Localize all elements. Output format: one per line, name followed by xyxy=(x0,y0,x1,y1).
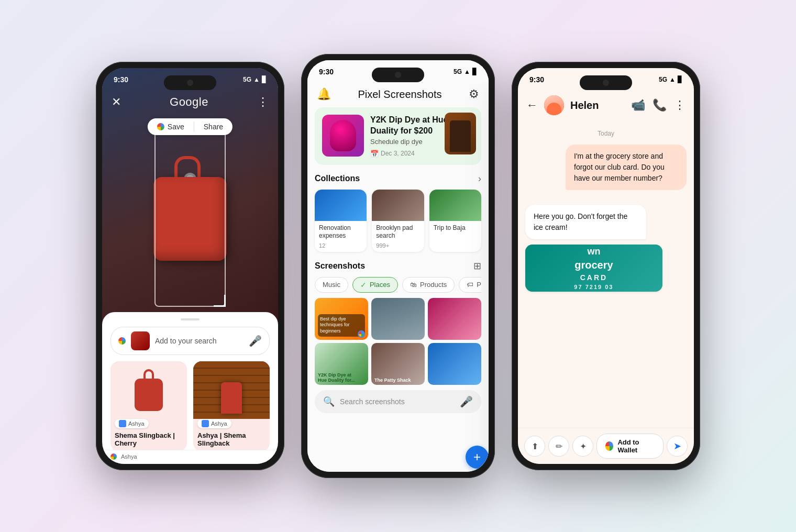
sent-message-1: Here you go. Don't forget the ice cream! xyxy=(525,205,646,239)
status-icons-2: 5G ▲ ▊ xyxy=(454,68,477,75)
add-fab[interactable]: + xyxy=(466,446,489,469)
back-icon[interactable]: ← xyxy=(526,98,538,112)
collection-image-3 xyxy=(429,190,481,221)
collection-label-1: Renovation expenses xyxy=(315,221,367,242)
messages-header: ← Helen 📹 📞 ⋮ xyxy=(518,91,694,121)
chip-places[interactable]: ✓ Places xyxy=(352,277,398,293)
collections-header: Collections › xyxy=(315,173,481,184)
collections-list: Renovation expenses 12 Brooklyn pad sear… xyxy=(315,190,481,252)
screenshots-section-header: Screenshots ⊞ xyxy=(315,260,481,272)
featured-right-image xyxy=(445,113,476,154)
messages-list: Today I'm at the grocery store and forgo… xyxy=(518,121,694,428)
collection-card-1[interactable]: Renovation expenses 12 xyxy=(315,190,367,252)
phone-icon[interactable]: 📞 xyxy=(653,98,667,112)
collections-arrow-icon[interactable]: › xyxy=(478,173,481,184)
signal-icon-1: ▲ xyxy=(253,76,260,83)
camera-notch xyxy=(164,75,216,90)
camera-notch-3 xyxy=(580,75,632,90)
featured-card[interactable]: Y2K Dip Dye at Hue Duality for $200 Sche… xyxy=(315,107,481,165)
collection-label-3: Trip to Baja xyxy=(429,221,481,235)
search-label: Add to your search xyxy=(155,337,244,345)
edit-icon: ✏ xyxy=(556,441,562,451)
bell-icon[interactable]: 🔔 xyxy=(317,87,331,101)
source-text: Ashya xyxy=(121,453,137,460)
google-logo-bottom-icon xyxy=(110,453,117,460)
collection-image-2 xyxy=(372,190,424,221)
collection-image-1 xyxy=(315,190,367,221)
save-share-pill: Save Share xyxy=(148,118,233,135)
mic-icon[interactable]: 🎤 xyxy=(249,335,262,347)
status-icons-1: 5G ▲ ▊ xyxy=(243,76,267,83)
result-item-1[interactable]: Ashya Shema Slingback | Cherry xyxy=(110,361,187,451)
shop-badge-2: Ashya xyxy=(197,419,231,428)
screenshot-thumb-5[interactable]: The Patty Shack xyxy=(371,343,425,385)
collection-card-3[interactable]: Trip to Baja xyxy=(429,190,481,252)
lens-bottom-bar: Ashya xyxy=(102,450,278,464)
collection-count-3 xyxy=(429,234,481,237)
screenshot-thumb-3[interactable] xyxy=(428,298,481,340)
add-to-wallet-button[interactable]: Add to Wallet xyxy=(596,434,664,459)
screenshot-thumb-2[interactable] xyxy=(371,298,425,340)
header-icons: 📹 📞 ⋮ xyxy=(631,98,686,112)
lens-title: Google xyxy=(170,95,208,109)
received-message-1: I'm at the grocery store and forgot our … xyxy=(566,145,687,190)
check-icon: ✓ xyxy=(360,281,367,289)
lens-search-bar[interactable]: Add to your search 🎤 xyxy=(110,327,270,355)
card-text-1: wn xyxy=(587,246,600,257)
video-icon[interactable]: 📹 xyxy=(631,98,645,112)
collections-title: Collections xyxy=(315,174,360,183)
screenshot-thumb-1[interactable]: Best dip dye techniques for beginners xyxy=(315,298,368,340)
chip-promo-label: Promo codes xyxy=(477,281,481,289)
save-label: Save xyxy=(168,123,184,131)
network-label-3: 5G xyxy=(659,76,667,83)
card-type-text: CARD xyxy=(580,273,607,282)
card-text-2: grocery xyxy=(574,259,613,271)
send-button[interactable]: ➤ xyxy=(667,436,688,457)
share-icon: ⬆ xyxy=(532,441,538,451)
chip-products[interactable]: 🛍 Products xyxy=(402,277,455,293)
date-separator: Today xyxy=(525,130,687,137)
network-label-2: 5G xyxy=(454,68,462,75)
received-text-1: I'm at the grocery store and forgot our … xyxy=(574,152,665,182)
more-icon[interactable]: ⋮ xyxy=(257,95,269,109)
share-button[interactable]: Share xyxy=(194,118,233,135)
chip-promo[interactable]: 🏷 Promo codes xyxy=(459,277,481,293)
grid-icon[interactable]: ⊞ xyxy=(473,260,481,272)
sheet-handle xyxy=(181,318,200,320)
tag-icon: 🏷 xyxy=(467,281,473,289)
save-button[interactable]: Save xyxy=(148,118,194,135)
result-image-2 xyxy=(193,361,270,419)
collection-count-1: 12 xyxy=(315,242,367,252)
close-icon[interactable]: ✕ xyxy=(112,95,121,109)
card-image: wn grocery CARD 97 7219 03 xyxy=(525,245,662,292)
signal-icon-2: ▲ xyxy=(464,68,470,75)
screenshots-search-bar[interactable]: 🔍 Search screenshots 🎤 xyxy=(315,390,481,413)
lens-screen: 9:30 5G ▲ ▊ ✕ Google ⋮ Save xyxy=(102,68,278,464)
signal-icon-3: ▲ xyxy=(669,76,676,83)
contact-name: Helen xyxy=(570,99,625,112)
status-time-3: 9:30 xyxy=(529,75,544,84)
filter-chips: Music ✓ Places 🛍 Products 🏷 Promo codes xyxy=(315,277,481,293)
status-time-1: 9:30 xyxy=(114,75,128,84)
collection-count-2: 999+ xyxy=(372,242,424,252)
search-icon: 🔍 xyxy=(323,396,335,407)
star-action-button[interactable]: ✦ xyxy=(572,436,593,457)
card-attachment: wn grocery CARD 97 7219 03 xyxy=(525,245,662,292)
gear-icon[interactable]: ⚙ xyxy=(469,87,479,101)
search-placeholder: Search screenshots xyxy=(340,397,455,406)
more-icon-3[interactable]: ⋮ xyxy=(674,98,686,112)
phone-1: 9:30 5G ▲ ▊ ✕ Google ⋮ Save xyxy=(96,62,284,470)
message-actions: ⬆ ✏ ✦ Add to Wallet ➤ xyxy=(518,428,694,464)
result-item-2[interactable]: Ashya Ashya | Shema Slingback xyxy=(193,361,270,451)
status-time-2: 9:30 xyxy=(319,68,334,76)
shop-name-2: Ashya xyxy=(211,420,227,427)
share-action-button[interactable]: ⬆ xyxy=(524,436,545,457)
battery-icon-1: ▊ xyxy=(262,76,267,83)
edit-action-button[interactable]: ✏ xyxy=(548,436,569,457)
mic-icon-2[interactable]: 🎤 xyxy=(460,395,473,408)
collection-card-2[interactable]: Brooklyn pad search 999+ xyxy=(372,190,424,252)
screenshot-thumb-4[interactable]: Y2K Dip Dye atHue Duality for... xyxy=(315,343,368,385)
chip-music[interactable]: Music xyxy=(315,277,348,293)
screenshot-thumb-6[interactable] xyxy=(428,343,481,385)
network-label-1: 5G xyxy=(243,76,251,83)
